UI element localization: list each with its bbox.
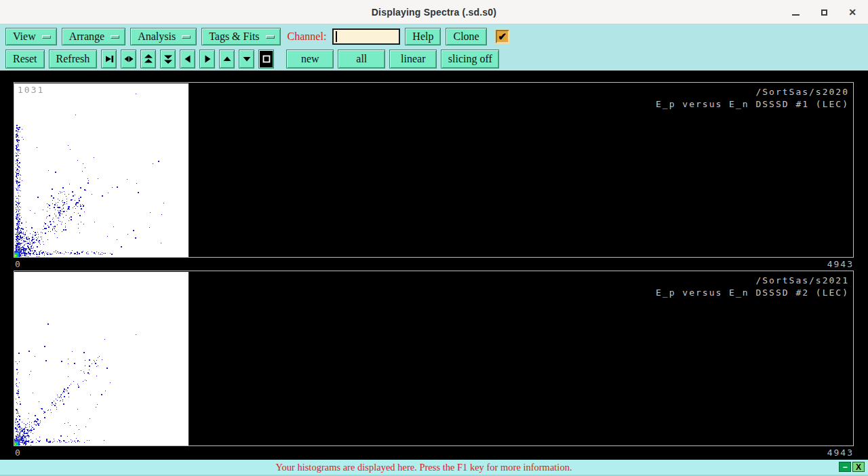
channel-input[interactable] [332,28,400,45]
status-message: Your histograms are displayed here. Pres… [275,462,572,473]
window-controls: ✕ [789,0,859,24]
statusbar-minimize-icon[interactable]: − [839,462,851,472]
new-button[interactable]: new [286,49,334,68]
skip-to-edge-icon[interactable] [101,49,117,68]
max-count-label: 1031 [18,85,44,95]
x-min-label: 0 [15,448,22,458]
channel-entry-wrap [332,28,400,45]
tags-fits-menu-label: Tags & Fits [209,31,259,42]
statusbar-close-icon[interactable]: X [852,462,865,472]
panel-labels: /SortSas/s2021 E_p versus E_n DSSSD #2 (… [656,275,849,299]
analysis-menu-button[interactable]: Analysis [130,28,197,45]
spectra-display-area: 1031 0 /SortSas/s2020 E_p versus E_n DSS… [0,71,868,460]
spectrum-path: /SortSas/s2021 [656,275,849,287]
checkmark-icon: ✔ [498,31,507,41]
scroll-down-fast-icon[interactable] [160,49,176,68]
all-button[interactable]: all [338,49,385,68]
view-menu-label: View [13,31,36,42]
refresh-button[interactable]: Refresh [49,49,98,68]
menu-indicator-icon [42,35,51,39]
spectrum-panel-1: 1031 0 /SortSas/s2020 E_p versus E_n DSS… [14,82,854,258]
statusbar: Your histograms are displayed here. Pres… [0,460,868,476]
analysis-menu-label: Analysis [138,31,176,42]
toolbar: View Arrange Analysis Tags & Fits Channe… [0,24,868,71]
scatter-plot-canvas[interactable] [14,83,189,257]
scroll-left-icon[interactable] [180,49,195,68]
scatter-plot-canvas[interactable] [14,272,189,445]
spectrum-title: E_p versus E_n DSSSD #2 (LEC) [656,287,849,299]
clone-button[interactable]: Clone [446,28,486,45]
scroll-up-fast-icon[interactable] [140,49,156,68]
full-view-icon[interactable] [258,49,274,68]
menu-indicator-icon [182,35,191,39]
scroll-up-icon[interactable] [219,49,235,68]
channel-label: Channel: [288,31,327,43]
menu-indicator-icon [111,35,119,39]
menu-indicator-icon [266,35,275,39]
reset-button[interactable]: Reset [5,49,45,68]
y-min-label: 0 [16,432,23,442]
maximize-icon[interactable] [818,6,830,18]
arrange-menu-button[interactable]: Arrange [62,28,125,45]
statusbar-controls: − X [839,462,865,472]
y-min-label: 0 [16,243,23,254]
tags-fits-menu-button[interactable]: Tags & Fits [201,28,280,45]
x-axis-row: 0 4943 [14,258,855,271]
window-title: Displaying Spectra (.sd.s0) [372,7,496,18]
arrange-menu-label: Arrange [69,31,104,42]
text-caret [336,31,337,42]
view-menu-button[interactable]: View [5,28,57,45]
scroll-down-icon[interactable] [239,49,254,68]
expand-horizontal-icon[interactable] [121,49,136,68]
titlebar: Displaying Spectra (.sd.s0) ✕ [0,0,868,24]
panel-labels: /SortSas/s2020 E_p versus E_n DSSSD #1 (… [656,86,849,111]
x-max-label: 4943 [827,448,854,458]
close-icon[interactable]: ✕ [846,6,859,18]
spectrum-panel-2: 0 /SortSas/s2021 E_p versus E_n DSSSD #2… [14,271,854,446]
linear-button[interactable]: linear [389,49,437,68]
x-min-label: 0 [15,259,22,269]
spectrum-path: /SortSas/s2020 [656,86,849,98]
x-max-label: 4943 [827,259,854,269]
x-axis-row: 0 4943 [14,446,855,459]
scroll-right-icon[interactable] [199,49,215,68]
app-window: Displaying Spectra (.sd.s0) ✕ View Arran… [0,0,868,476]
minimize-icon[interactable] [789,6,802,18]
spectrum-title: E_p versus E_n DSSSD #1 (LEC) [656,98,849,111]
toolbar-checkbox[interactable]: ✔ [496,30,509,43]
slicing-button[interactable]: slicing off [441,49,499,68]
help-button[interactable]: Help [405,28,441,45]
